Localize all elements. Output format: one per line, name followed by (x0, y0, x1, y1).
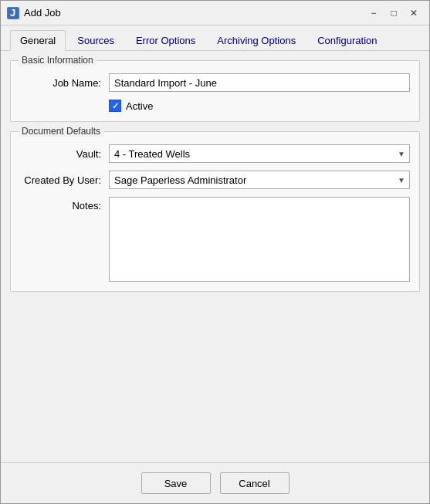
maximize-button[interactable]: □ (384, 5, 403, 21)
main-content: Basic Information Job Name: Active Docum… (1, 51, 429, 462)
window-controls: − □ ✕ (364, 5, 423, 21)
active-checkbox-wrapper: Active (109, 100, 153, 112)
vault-row: Vault: 4 - Treated Wells ▼ (20, 144, 410, 163)
created-by-select[interactable]: Sage Paperless Administrator (109, 171, 410, 189)
window-title: Add Job (24, 7, 364, 19)
footer: Save Cancel (1, 462, 429, 503)
job-name-label: Job Name: (20, 77, 101, 89)
svg-text:J: J (10, 8, 15, 19)
close-button[interactable]: ✕ (405, 5, 423, 21)
tab-configuration[interactable]: Configuration (307, 30, 387, 50)
tab-error-options[interactable]: Error Options (126, 30, 205, 50)
cancel-button[interactable]: Cancel (220, 472, 289, 494)
active-row: Active (109, 100, 410, 112)
tab-sources[interactable]: Sources (67, 30, 124, 50)
minimize-button[interactable]: − (364, 5, 383, 21)
vault-select[interactable]: 4 - Treated Wells (109, 144, 410, 163)
job-name-row: Job Name: (20, 73, 410, 92)
job-name-input[interactable] (109, 73, 410, 92)
active-checkbox[interactable] (109, 100, 121, 112)
basic-information-section: Basic Information Job Name: Active (10, 60, 420, 122)
vault-select-wrapper: 4 - Treated Wells ▼ (109, 144, 410, 163)
tab-archiving-options[interactable]: Archiving Options (207, 30, 306, 50)
notes-row: Notes: (20, 197, 410, 282)
title-bar: J Add Job − □ ✕ (1, 1, 429, 25)
document-defaults-title: Document Defaults (19, 126, 103, 137)
document-defaults-section: Document Defaults Vault: 4 - Treated Wel… (10, 131, 420, 292)
app-icon: J (7, 7, 19, 19)
created-by-row: Created By User: Sage Paperless Administ… (20, 171, 410, 189)
add-job-window: J Add Job − □ ✕ General Sources Error Op… (0, 0, 430, 504)
vault-label: Vault: (20, 148, 101, 160)
active-label: Active (126, 100, 153, 112)
created-by-select-wrapper: Sage Paperless Administrator ▼ (109, 171, 410, 189)
notes-label: Notes: (20, 197, 101, 211)
basic-information-title: Basic Information (19, 55, 96, 66)
save-button[interactable]: Save (141, 472, 211, 494)
notes-textarea[interactable] (109, 197, 410, 282)
tab-general[interactable]: General (10, 30, 66, 51)
created-by-label: Created By User: (20, 174, 101, 186)
tab-bar: General Sources Error Options Archiving … (1, 25, 429, 51)
